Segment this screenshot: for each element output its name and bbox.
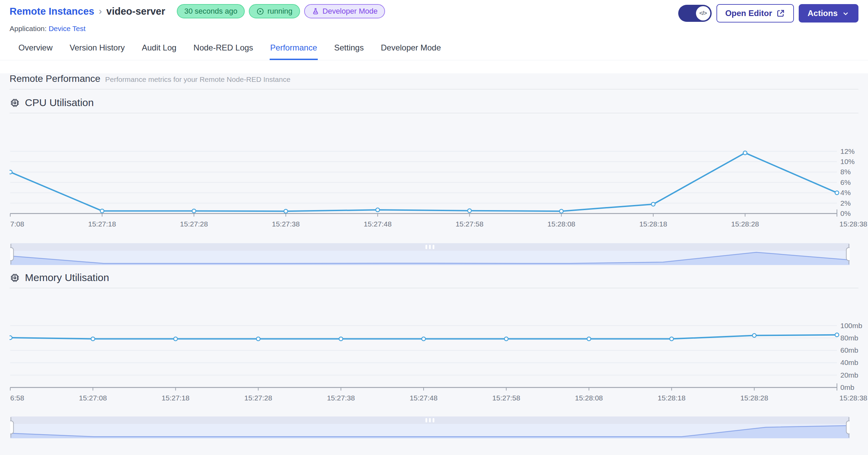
x-tick-label: 15:27:58 <box>456 220 484 228</box>
data-point-marker <box>835 333 839 337</box>
flask-icon <box>312 8 319 15</box>
breadcrumb-current: video-server <box>106 6 166 17</box>
y-tick-label: 0mb <box>840 383 854 391</box>
data-point-marker <box>422 337 426 341</box>
data-point-marker <box>504 337 508 341</box>
brush-grip[interactable] <box>426 418 427 423</box>
application-link[interactable]: Device Test <box>48 25 85 32</box>
main-content: Remote Performance Performance metrics f… <box>0 73 868 455</box>
breadcrumb: Remote Instances › video-server <box>10 6 165 17</box>
data-point-marker <box>752 334 756 337</box>
data-point-marker <box>587 337 591 341</box>
x-tick-label: 15:27:58 <box>492 394 520 402</box>
cpu-section-header: CPU Utilisation <box>10 97 858 108</box>
breadcrumb-parent-link[interactable]: Remote Instances <box>10 6 94 17</box>
x-tick-label: 15:27:18 <box>88 220 116 228</box>
x-tick-label: 15:27:28 <box>244 394 272 402</box>
divider <box>10 288 858 288</box>
open-editor-button[interactable]: Open Editor <box>716 4 794 23</box>
running-status-badge: running <box>249 4 300 18</box>
actions-label: Actions <box>808 9 838 18</box>
tab-developer-mode[interactable]: Developer Mode <box>380 43 442 60</box>
memory-section-title: Memory Utilisation <box>25 272 109 283</box>
data-point-marker <box>835 191 839 195</box>
tab-settings[interactable]: Settings <box>333 43 365 60</box>
page-title: Remote Performance <box>10 73 100 84</box>
y-tick-label: 100mb <box>840 322 862 329</box>
y-tick-label: 2% <box>840 199 851 207</box>
x-tick-label: 6:58 <box>10 394 24 402</box>
data-point-marker <box>10 170 12 174</box>
actions-button[interactable]: Actions <box>799 4 858 23</box>
x-tick-label: 15:28:28 <box>740 394 768 402</box>
x-tick-label: 15:27:38 <box>272 220 300 228</box>
brush-left-handle[interactable] <box>10 421 14 434</box>
data-point-marker <box>670 337 673 341</box>
tab-node-red-logs[interactable]: Node-RED Logs <box>193 43 254 60</box>
status-badges: 30 seconds ago running Developer Mode <box>177 4 385 18</box>
cpu-section-title: CPU Utilisation <box>25 97 94 108</box>
brush-grip[interactable] <box>429 418 431 423</box>
y-tick-label: 60mb <box>840 346 858 354</box>
memory-section-header: Memory Utilisation <box>10 272 858 283</box>
y-tick-label: 0% <box>840 209 851 217</box>
x-tick-label: 15:27:18 <box>162 394 190 402</box>
x-tick-label: 15:27:48 <box>364 220 392 228</box>
memory-chart-range-brush[interactable] <box>10 416 850 438</box>
brush-grip[interactable] <box>429 245 431 249</box>
divider <box>10 113 858 113</box>
x-tick-label: 15:28:18 <box>639 220 667 228</box>
x-tick-label: 7:08 <box>10 220 24 228</box>
developer-mode-toggle[interactable]: </> <box>678 5 712 22</box>
breadcrumb-chevron-icon: › <box>99 6 102 17</box>
developer-mode-badge-label: Developer Mode <box>323 7 378 16</box>
y-tick-label: 10% <box>840 158 855 165</box>
tab-version-history[interactable]: Version History <box>69 43 125 60</box>
brush-grip[interactable] <box>433 418 435 423</box>
brush-right-handle[interactable] <box>846 421 850 434</box>
x-tick-label: 15:28:08 <box>547 220 575 228</box>
x-tick-label: 15:27:48 <box>410 394 438 402</box>
last-seen-badge-label: 30 seconds ago <box>184 7 237 16</box>
data-point-marker <box>174 337 177 341</box>
brush-grip[interactable] <box>426 245 427 249</box>
brush-grip[interactable] <box>433 245 435 249</box>
brush-right-handle[interactable] <box>846 248 850 261</box>
tab-audit-log[interactable]: Audit Log <box>141 43 177 60</box>
external-link-icon <box>776 9 785 18</box>
memory-utilisation-chart: 0mb20mb40mb60mb80mb100mb6:5815:27:0815:2… <box>10 304 868 403</box>
x-tick-label: 15:27:28 <box>180 220 208 228</box>
y-tick-label: 6% <box>840 178 851 186</box>
play-circle-icon <box>256 8 264 15</box>
y-tick-label: 80mb <box>840 334 858 342</box>
running-status-label: running <box>267 7 292 16</box>
tab-performance[interactable]: Performance <box>270 43 318 60</box>
x-tick-label: 15:27:08 <box>79 394 107 402</box>
application-label: Application: <box>10 25 47 32</box>
data-point-marker <box>559 209 563 213</box>
data-point-marker <box>10 336 12 339</box>
developer-mode-badge[interactable]: Developer Mode <box>304 4 385 18</box>
y-tick-label: 4% <box>840 189 851 196</box>
x-tick-label: 15:28:38 <box>839 394 867 402</box>
y-tick-label: 12% <box>840 147 855 155</box>
data-point-marker <box>100 209 104 213</box>
data-point-marker <box>339 337 343 341</box>
y-tick-label: 20mb <box>840 371 858 379</box>
data-point-marker <box>256 337 260 341</box>
y-tick-label: 40mb <box>840 358 858 366</box>
data-point-marker <box>192 209 196 213</box>
open-editor-label: Open Editor <box>725 9 772 18</box>
data-point-marker <box>651 202 655 206</box>
tab-bar: Overview Version History Audit Log Node-… <box>0 43 868 60</box>
cpu-chip-icon <box>10 98 20 108</box>
brush-left-handle[interactable] <box>10 248 14 261</box>
y-tick-label: 8% <box>840 168 851 176</box>
page-header-bar: Remote Instances › video-server 30 secon… <box>0 0 868 33</box>
cpu-chart-range-brush[interactable] <box>10 243 850 265</box>
tab-overview[interactable]: Overview <box>18 43 53 60</box>
page-subtitle: Performance metrics for your Remote Node… <box>105 75 290 84</box>
last-seen-badge: 30 seconds ago <box>177 4 245 18</box>
chevron-down-icon <box>842 10 850 17</box>
cpu-utilisation-chart: 0%2%4%6%8%10%12%7:0815:27:1815:27:2815:2… <box>10 129 868 230</box>
